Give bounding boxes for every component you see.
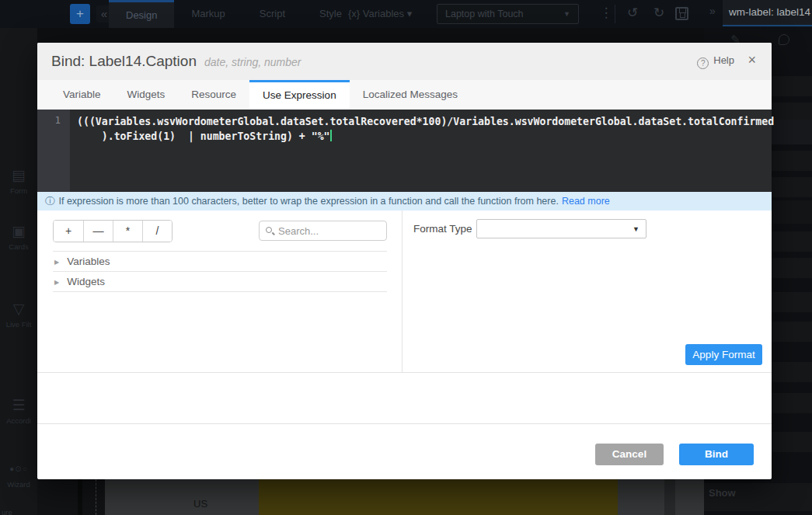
dialog-footer: Cancel Bind [37,423,772,479]
code-line: (((Variables.wsvWordometerGlobal.dataSet… [77,114,772,129]
tab-widgets[interactable]: Widgets [114,80,179,110]
code-line-text: ).toFixed(1) | numberToString) + "%" [77,130,330,142]
help-icon: ? [697,57,709,69]
dialog-header: Bind: Label14.Caption date, string, numb… [37,43,772,80]
code-line: ).toFixed(1) | numberToString) + "%" [77,129,772,144]
info-banner-text: If expression is more than 100 character… [59,196,559,207]
cancel-button[interactable]: Cancel [595,444,664,465]
bind-dialog-tabs: Variable Widgets Resource Use Expression… [37,80,772,110]
text-cursor [330,130,332,141]
info-banner: ⓘIf expression is more than 100 characte… [37,192,772,211]
editor-code-area[interactable]: (((Variables.wsvWordometerGlobal.dataSet… [70,110,772,192]
dialog-body: + — * / ▶Variables ▶Widgets [37,211,772,373]
tab-localized-messages[interactable]: Localized Messages [350,80,471,110]
expression-code-editor[interactable]: 1 (((Variables.wsvWordometerGlobal.dataS… [37,110,772,192]
search-input[interactable] [278,222,382,239]
editor-gutter: 1 [37,110,70,192]
tab-use-expression[interactable]: Use Expression [249,80,350,110]
help-button[interactable]: ?Help [697,54,734,69]
search-box [259,221,387,241]
apply-format-button[interactable]: Apply Format [685,344,762,365]
operator-button-group: + — * / [53,220,173,242]
tree-node-label: Widgets [67,276,105,287]
tree-node-variables[interactable]: ▶Variables [53,252,387,272]
line-number: 1 [37,114,61,126]
format-type-select[interactable]: ▼ [476,219,646,238]
operator-plus-button[interactable]: + [54,221,83,242]
help-label: Help [713,54,734,66]
app-screen: + « Design Markup Script Style {x} Varia… [0,0,812,515]
read-more-link[interactable]: Read more [562,196,610,207]
source-tree: ▶Variables ▶Widgets [53,251,387,292]
bind-button[interactable]: Bind [679,444,754,465]
chevron-down-icon: ▼ [633,225,639,233]
operator-minus-button[interactable]: — [83,221,113,242]
tree-node-label: Variables [67,256,110,267]
format-type-label: Format Type [413,223,472,235]
expression-tools-pane: + — * / ▶Variables ▶Widgets [37,211,403,373]
dialog-title: Bind: Label14.Caption [51,53,197,70]
chevron-right-icon: ▶ [54,273,59,293]
bind-dialog: Bind: Label14.Caption date, string, numb… [37,43,772,479]
close-icon[interactable]: × [748,52,756,68]
tree-node-widgets[interactable]: ▶Widgets [53,272,387,292]
operator-multiply-button[interactable]: * [113,221,142,242]
info-icon: ⓘ [45,196,55,207]
tab-variable[interactable]: Variable [50,80,114,110]
format-pane: Format Type ▼ Apply Format [403,211,772,373]
chevron-right-icon: ▶ [54,252,59,273]
search-icon [266,227,272,233]
dialog-subtitle: date, string, number [204,56,301,68]
operator-divide-button[interactable]: / [142,221,172,242]
tab-resource[interactable]: Resource [178,80,249,110]
